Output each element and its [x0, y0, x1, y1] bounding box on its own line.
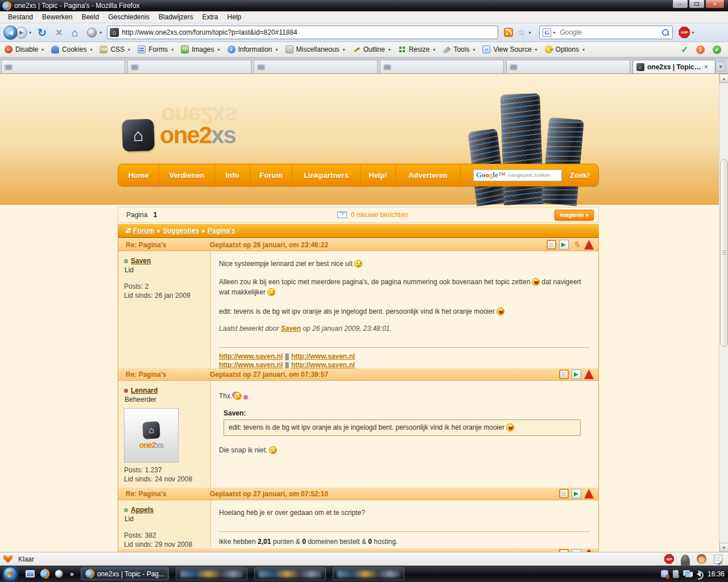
devbar-viewsource[interactable]: View Source▾ — [482, 45, 539, 53]
signature-link[interactable]: http://www.saven.nl — [291, 361, 355, 369]
devbar-information[interactable]: Information▾ — [228, 45, 280, 53]
home-button[interactable]: ⌂ — [72, 27, 78, 38]
nav-linkpartners[interactable]: Linkpartners — [292, 165, 361, 186]
abp-icon[interactable]: ABP — [679, 27, 690, 38]
nav-info[interactable]: Info — [215, 165, 250, 186]
speaker-icon[interactable] — [697, 571, 701, 577]
menu-beeld[interactable]: Beeld — [77, 12, 104, 22]
back-button[interactable]: ◀ — [3, 26, 18, 40]
close-button[interactable]: × — [705, 0, 725, 9]
note-icon[interactable] — [559, 489, 569, 498]
reply-icon[interactable] — [559, 240, 569, 250]
menu-extra[interactable]: Extra — [198, 12, 223, 22]
rss-icon[interactable] — [504, 28, 513, 37]
warning-status-icon[interactable]: ! — [696, 45, 705, 54]
devbar-disable[interactable]: Disable▾ — [5, 45, 46, 53]
warning-report-icon[interactable] — [584, 489, 594, 498]
engine-dropdown[interactable]: ▾ — [551, 30, 557, 35]
globe-icon[interactable] — [87, 28, 97, 38]
author-link[interactable]: Appels — [131, 506, 154, 514]
reageren-button[interactable]: reageren » — [555, 210, 594, 221]
media-player-icon[interactable] — [55, 569, 63, 578]
author-link[interactable]: Lennard — [131, 386, 158, 394]
background-tab[interactable] — [506, 60, 630, 73]
taskbar-button[interactable] — [333, 567, 404, 580]
tab-list-dropdown[interactable]: ▾ — [715, 61, 726, 72]
devbar-miscellaneous[interactable]: Miscellaneous▾ — [286, 45, 347, 53]
crumb-forum[interactable]: Forum — [133, 227, 154, 235]
google-custom-search[interactable]: Google™ Aangepast zoeken — [473, 169, 562, 181]
note-icon[interactable] — [547, 240, 556, 250]
vertical-scrollbar[interactable]: ▲ ▼ — [719, 74, 728, 552]
zoek-button[interactable]: Zoek! — [570, 171, 590, 180]
search-input[interactable] — [560, 28, 661, 36]
user-tray-icon[interactable] — [661, 570, 668, 577]
devbar-cookies[interactable]: Cookies▾ — [51, 45, 94, 53]
devbar-tools[interactable]: Tools▾ — [442, 45, 477, 53]
note-icon[interactable] — [559, 369, 569, 379]
refresh-button[interactable]: ↻ — [38, 27, 47, 38]
scrollbar-thumb[interactable] — [720, 159, 728, 347]
reply-icon[interactable] — [572, 489, 581, 498]
firefox-quicklaunch-icon[interactable] — [40, 569, 49, 579]
reply-icon[interactable] — [572, 369, 581, 379]
signature-link[interactable]: http://www.saven.nl — [219, 352, 283, 360]
crumb-suggesties[interactable]: Suggesties — [163, 227, 199, 235]
signature-link[interactable]: http://www.saven.nl — [219, 361, 283, 369]
pagina-number[interactable]: 1 — [153, 211, 157, 219]
minimize-button[interactable]: – — [672, 0, 688, 9]
maximize-button[interactable] — [689, 0, 705, 9]
bookmark-star-icon[interactable]: ☆ — [517, 27, 526, 39]
abp-status-icon[interactable]: ABP — [664, 554, 674, 564]
bookmark-dropdown[interactable]: ▾ — [527, 30, 532, 35]
menu-bestand[interactable]: Bestand — [3, 12, 38, 22]
devbar-outline[interactable]: Outline▾ — [353, 45, 392, 53]
url-bar[interactable]: ⌂ — [107, 26, 498, 39]
fox-icon[interactable] — [3, 555, 13, 563]
quicklaunch-chevron[interactable]: » — [70, 570, 74, 578]
taskbar-button[interactable] — [254, 567, 326, 580]
menu-help[interactable]: Help — [223, 12, 246, 22]
greasemonkey-icon[interactable] — [697, 554, 706, 564]
edit-pencil-icon[interactable]: ✎ — [572, 240, 581, 250]
author-link[interactable]: Saven — [131, 257, 151, 265]
nav-forum[interactable]: Forum — [250, 165, 292, 186]
background-tab[interactable] — [127, 60, 251, 73]
taskbar-button-firefox[interactable]: one2xs | Topic - Pag... — [81, 567, 169, 580]
url-input[interactable] — [122, 28, 495, 36]
usb-tray-icon[interactable] — [673, 570, 679, 578]
nav-verdienen[interactable]: Verdienen — [159, 165, 215, 186]
edited-by-link[interactable]: Saven — [281, 325, 301, 332]
menu-geschiedenis[interactable]: Geschiedenis — [104, 12, 154, 22]
warning-report-icon[interactable] — [584, 240, 594, 250]
devbar-forms[interactable]: Forms▾ — [138, 45, 175, 53]
background-tab[interactable] — [254, 60, 378, 73]
new-messages[interactable]: 0 nieuwe berichten — [337, 211, 408, 219]
devbar-css[interactable]: CSS▾ — [100, 45, 132, 53]
devbar-options[interactable]: Options▾ — [545, 45, 586, 53]
ok-status-icon[interactable]: ✓ — [713, 45, 721, 54]
nav-home[interactable]: Home — [118, 165, 159, 186]
signature-link[interactable]: http://www.saven.nl — [291, 352, 355, 360]
scroll-up-arrow[interactable]: ▲ — [719, 74, 728, 83]
background-tab[interactable] — [1, 60, 125, 73]
search-magnifier-icon[interactable] — [661, 28, 669, 36]
search-bar[interactable]: G ▾ — [539, 26, 673, 39]
stop-button[interactable]: × — [56, 27, 63, 38]
devbar-resize[interactable]: Resize▾ — [398, 45, 437, 53]
menu-bewerken[interactable]: Bewerken — [38, 12, 77, 22]
nav-help[interactable]: Help! — [361, 165, 396, 186]
history-dropdown[interactable]: ▾ — [27, 30, 33, 35]
bug-icon[interactable] — [681, 555, 689, 564]
nav-adverteren[interactable]: Adverteren — [396, 165, 461, 186]
notepad-icon[interactable] — [714, 555, 722, 564]
show-desktop-icon[interactable] — [26, 570, 35, 577]
start-orb-icon[interactable] — [3, 567, 18, 581]
menu-bladwijzers[interactable]: Bladwijzers — [154, 12, 198, 22]
devbar-images[interactable]: Images▾ — [181, 45, 221, 53]
background-tab[interactable] — [380, 60, 504, 73]
abp-dropdown[interactable]: ▾ — [690, 30, 696, 35]
crumb-paginas[interactable]: Pagina's — [208, 227, 235, 235]
scroll-down-arrow[interactable]: ▼ — [719, 543, 728, 552]
active-tab[interactable]: ⌂ one2xs | Topic - ... × — [632, 60, 715, 73]
